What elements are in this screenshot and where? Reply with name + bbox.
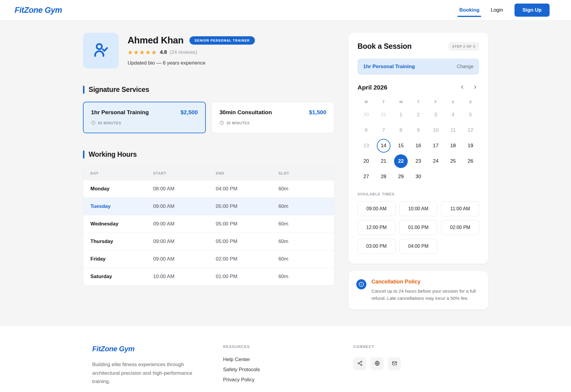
service-card-consultation[interactable]: 30min Consultation $1,500 30 MINUTES (211, 102, 334, 133)
cell-start: 10:00 AM (146, 268, 209, 286)
time-slot-button[interactable]: 11:00 AM (441, 201, 479, 216)
time-slot-button[interactable]: 01:00 PM (399, 220, 437, 235)
rating-row: ★★★★★ 4.8 (24 reviews) (128, 49, 255, 55)
footer-logo[interactable]: FitZone Gym (92, 345, 223, 353)
time-slot-button[interactable]: 02:00 PM (441, 220, 479, 235)
working-hours-table: DAY START END SLOT Monday08:00 AM04:00 P… (83, 167, 334, 286)
email-button[interactable] (388, 357, 401, 370)
calendar-day: 30 (357, 107, 375, 122)
table-row[interactable]: Wednesday09:00 AM05:00 PM60m (83, 215, 334, 233)
chevron-left-icon (459, 84, 465, 91)
service-name: 1hr Personal Training (91, 109, 149, 116)
step-badge: STEP 2 OF 3 (448, 42, 479, 51)
selected-service-bar: 1hr Personal Training Change (357, 59, 479, 75)
table-row[interactable]: Monday08:00 AM04:00 PM60m (83, 180, 334, 198)
trainer-name: Ahmed Khan (128, 35, 183, 46)
calendar-day[interactable]: 27 (357, 169, 375, 184)
calendar-day: 2 (410, 107, 427, 122)
time-slot-button[interactable]: 03:00 PM (357, 239, 396, 254)
change-service-link[interactable]: Change (457, 64, 473, 69)
trainer-bio: Updated bio — 6 years experience (128, 60, 255, 66)
footer-resources-column: RESOURCES Help Center Safety Protocols P… (223, 345, 353, 386)
calendar-day[interactable]: 23 (410, 154, 427, 169)
prev-month-button[interactable] (458, 84, 466, 91)
footer-connect-column: CONNECT (353, 345, 479, 386)
calendar-day-selected[interactable]: 22 (392, 154, 410, 169)
calendar-day[interactable]: 28 (375, 169, 392, 184)
service-price: $2,500 (181, 109, 198, 116)
brand-logo[interactable]: FitZone Gym (15, 6, 62, 15)
cancellation-policy-card: Cancellation Policy Cancel up to 24 hour… (349, 271, 488, 310)
website-button[interactable] (371, 357, 384, 370)
calendar-day[interactable]: 25 (444, 154, 462, 169)
calendar-day[interactable]: 24 (427, 154, 444, 169)
star-icons: ★★★★★ (128, 49, 157, 55)
calendar-day[interactable]: 19 (462, 138, 479, 153)
cell-start: 09:00 AM (146, 215, 209, 233)
table-row[interactable]: Friday09:00 AM02:00 PM60m (83, 250, 334, 268)
day-of-week-header: S (444, 97, 462, 107)
calendar-day[interactable]: 29 (392, 169, 410, 184)
nav-item-booking[interactable]: Booking (459, 7, 479, 13)
calendar-day: 9 (410, 123, 427, 138)
cell-slot: 60m (271, 250, 334, 268)
calendar-day (444, 169, 462, 184)
cell-end: 05:00 PM (209, 198, 272, 215)
footer-link-help-center[interactable]: Help Center (223, 357, 353, 363)
service-card-personal-training[interactable]: 1hr Personal Training $2,500 60 MINUTES (83, 102, 206, 133)
working-hours-heading: Working Hours (89, 150, 137, 159)
footer-link-privacy-policy[interactable]: Privacy Policy (223, 377, 353, 383)
table-row[interactable]: Tuesday09:00 AM05:00 PM60m (83, 198, 334, 215)
connect-label: CONNECT (353, 345, 479, 349)
cell-slot: 60m (271, 198, 334, 215)
calendar-day[interactable]: 30 (410, 169, 427, 184)
reviews-count[interactable]: (24 reviews) (170, 49, 197, 55)
share-button[interactable] (353, 357, 366, 370)
trainer-avatar (83, 33, 119, 68)
available-times-label: AVAILABLE TIMES (357, 192, 479, 196)
service-cards: 1hr Personal Training $2,500 60 MINUTES … (83, 102, 334, 133)
chevron-right-icon (473, 84, 478, 91)
service-duration: 60 MINUTES (98, 121, 121, 125)
footer-brand-column: FitZone Gym Building elite fitness exper… (92, 345, 223, 386)
booking-column: Book a Session STEP 2 OF 3 1hr Personal … (349, 33, 488, 310)
table-row[interactable]: Saturday10:00 AM01:00 PM60m (83, 268, 334, 286)
table-row[interactable]: Thursday09:00 AM05:00 PM60m (83, 233, 334, 250)
calendar-day[interactable]: 17 (427, 138, 444, 153)
day-of-week-header: F (427, 97, 444, 107)
column-header-day: DAY (83, 167, 146, 180)
time-slot-button[interactable]: 12:00 PM (357, 220, 396, 235)
time-slot-button[interactable]: 09:00 AM (357, 201, 396, 216)
time-slot-button[interactable]: 10:00 AM (399, 201, 437, 216)
calendar-day[interactable]: 18 (444, 138, 462, 153)
calendar-day[interactable]: 20 (357, 154, 375, 169)
cell-slot: 60m (271, 233, 334, 250)
next-month-button[interactable] (471, 84, 479, 91)
cancellation-content: Cancellation Policy Cancel up to 24 hour… (371, 279, 480, 302)
table-header-row: DAY START END SLOT (83, 167, 334, 180)
footer-link-safety-protocols[interactable]: Safety Protocols (223, 367, 353, 373)
top-navbar: FitZone Gym Booking Login Sign Up (0, 0, 571, 21)
sign-up-button[interactable]: Sign Up (514, 4, 550, 17)
cell-end: 05:00 PM (209, 233, 272, 250)
time-slots-grid: 09:00 AM10:00 AM11:00 AM12:00 PM01:00 PM… (357, 201, 479, 254)
calendar-day-today[interactable]: 14 (375, 138, 392, 153)
calendar-day[interactable]: 15 (392, 138, 410, 153)
mail-icon (392, 360, 397, 367)
calendar-day[interactable]: 26 (462, 154, 479, 169)
calendar-day[interactable]: 21 (375, 154, 392, 169)
calendar-day: 11 (444, 123, 462, 138)
time-slot-button[interactable]: 04:00 PM (399, 239, 437, 254)
nav-menu: Booking Login Sign Up (459, 4, 550, 17)
cancellation-body: Cancel up to 24 hours before your sessio… (371, 288, 480, 302)
calendar-month-label: April 2026 (357, 84, 387, 91)
calendar-day: 10 (427, 123, 444, 138)
calendar-day: 8 (392, 123, 410, 138)
cell-day: Thursday (83, 233, 146, 250)
nav-item-login[interactable]: Login (491, 7, 503, 13)
calendar-day (462, 169, 479, 184)
clock-icon (91, 120, 95, 126)
calendar-day[interactable]: 16 (410, 138, 427, 153)
cell-day: Tuesday (83, 198, 146, 215)
calendar-day: 31 (375, 107, 392, 122)
